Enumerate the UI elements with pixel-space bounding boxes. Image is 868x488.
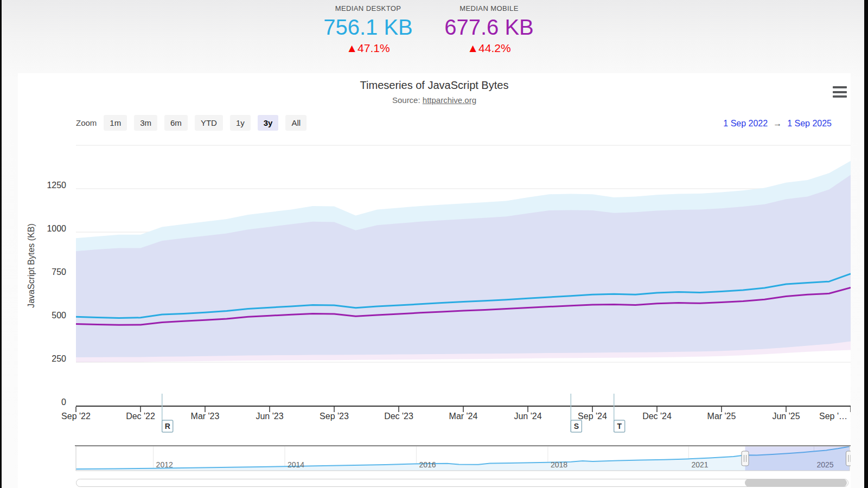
range-arrow-icon: → [768, 119, 787, 128]
event-flag-R[interactable]: R [162, 394, 173, 432]
median-desktop-delta: ▲47.1% [318, 42, 418, 55]
y-axis-label-500: 500 [52, 311, 66, 320]
navigator-year-label-2014: 2014 [288, 460, 304, 469]
x-axis-label-Dec '24: Dec '24 [642, 412, 672, 421]
horizontal-scrollbar-track[interactable] [76, 479, 848, 487]
y-axis-label-0: 0 [61, 397, 66, 407]
zoom-label: Zoom [76, 118, 97, 127]
median-mobile-value: 677.6 KB [439, 15, 539, 40]
flag-label: T [617, 422, 622, 431]
event-flag-T[interactable]: T [614, 394, 625, 432]
flag-label: S [574, 422, 579, 431]
y-axis-label-1000: 1000 [47, 224, 66, 233]
date-range-selector: 1 Sep 2022→1 Sep 2025 [723, 119, 832, 129]
screen-edge-bar-left [0, 0, 2, 488]
x-axis-label-Sep '…: Sep '… [819, 412, 847, 421]
navigator-year-label-2021: 2021 [691, 460, 708, 469]
x-axis-label-Dec '23: Dec '23 [384, 412, 413, 421]
chart-menu-icon[interactable] [833, 86, 847, 98]
x-axis-label-Dec '22: Dec '22 [126, 412, 155, 421]
x-axis-label-Mar '23: Mar '23 [191, 412, 220, 421]
source-prefix: Source: [392, 95, 423, 105]
navigator-year-label-2012: 2012 [156, 460, 173, 469]
x-axis-label-Jun '23: Jun '23 [256, 412, 283, 421]
x-axis-label-Sep '22: Sep '22 [61, 412, 91, 421]
x-axis-label-Sep '24: Sep '24 [578, 412, 607, 421]
zoom-button-6m[interactable]: 6m [164, 115, 188, 131]
median-mobile-stat: MEDIAN MOBILE 677.6 KB ▲44.2% [439, 4, 539, 55]
median-mobile-label: MEDIAN MOBILE [439, 4, 539, 12]
median-desktop-value: 756.1 KB [318, 15, 418, 40]
zoom-button-1m[interactable]: 1m [104, 115, 127, 131]
zoom-button-1y[interactable]: 1y [230, 115, 251, 131]
median-desktop-stat: MEDIAN DESKTOP 756.1 KB ▲47.1% [318, 4, 418, 55]
source-link[interactable]: httparchive.org [423, 95, 476, 105]
navigator-handle-right[interactable] [846, 451, 851, 466]
horizontal-scrollbar-thumb[interactable] [745, 479, 847, 487]
y-axis-title: JavaScript Bytes (KB) [27, 223, 36, 308]
chart-card: 025050075010001250JavaScript Bytes (KB)S… [18, 73, 851, 488]
x-axis-label-Mar '24: Mar '24 [449, 412, 478, 421]
chart-subtitle: Source: httparchive.org [18, 95, 851, 105]
zoom-button-3m[interactable]: 3m [134, 115, 157, 131]
range-from-date[interactable]: 1 Sep 2022 [723, 119, 768, 128]
zoom-controls: Zoom 1m 3m 6m YTD 1y 3y All [76, 115, 314, 131]
median-stats: MEDIAN DESKTOP 756.1 KB ▲47.1% MEDIAN MO… [0, 4, 857, 55]
x-axis-label-Mar '25: Mar '25 [707, 412, 736, 421]
x-axis-label-Sep '23: Sep '23 [320, 412, 349, 421]
y-axis-label-750: 750 [52, 267, 66, 277]
y-axis-label-250: 250 [52, 354, 66, 363]
x-axis-label-Jun '25: Jun '25 [772, 412, 800, 421]
range-to-date[interactable]: 1 Sep 2025 [787, 119, 832, 128]
navigator-handle-left[interactable] [742, 451, 749, 466]
navigator-year-label-2018: 2018 [551, 460, 567, 469]
median-desktop-label: MEDIAN DESKTOP [318, 4, 418, 12]
zoom-button-ytd[interactable]: YTD [195, 115, 223, 131]
zoom-button-3y[interactable]: 3y [258, 115, 279, 131]
timeseries-chart: 025050075010001250JavaScript Bytes (KB)S… [18, 73, 851, 488]
flag-label: R [165, 422, 170, 431]
navigator-selected-range[interactable] [745, 446, 850, 471]
chart-title: Timeseries of JavaScript Bytes [18, 79, 851, 92]
screen-edge-bar-right [864, 0, 868, 488]
zoom-button-all[interactable]: All [285, 115, 307, 131]
navigator-area [76, 446, 850, 471]
median-mobile-delta: ▲44.2% [439, 42, 539, 55]
handle-grip [742, 451, 749, 466]
x-axis-label-Jun '24: Jun '24 [514, 412, 541, 421]
y-axis-label-1250: 1250 [47, 181, 66, 190]
navigator-year-label-2016: 2016 [419, 460, 436, 469]
